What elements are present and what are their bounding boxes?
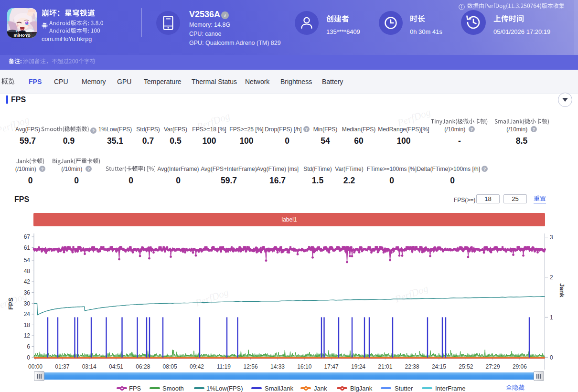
svg-text:PerfDog: PerfDog [0,114,31,137]
svg-text:19:24: 19:24 [351,363,365,370]
svg-text:2: 2 [550,274,553,281]
svg-text:3: 3 [550,234,553,241]
svg-text:PerfDog: PerfDog [393,282,430,305]
svg-text:24: 24 [24,311,31,318]
svg-text:PerfDog: PerfDog [195,110,232,133]
svg-text:03:14: 03:14 [82,363,96,370]
svg-text:25:52: 25:52 [459,363,473,370]
svg-text:11:19: 11:19 [217,363,231,370]
svg-text:61: 61 [24,244,31,251]
svg-text:18: 18 [24,322,31,328]
svg-text:42: 42 [24,278,31,285]
svg-text:24:15: 24:15 [432,363,446,370]
svg-text:12:56: 12:56 [244,363,258,370]
svg-text:06:28: 06:28 [136,363,150,370]
svg-text:29:06: 29:06 [513,363,527,370]
svg-text:PerfDog: PerfDog [396,106,432,129]
svg-text:FPS: FPS [7,297,14,310]
svg-text:27:29: 27:29 [486,363,500,370]
svg-text:36: 36 [24,289,31,296]
svg-text:14:33: 14:33 [270,363,285,370]
svg-text:PerfDog: PerfDog [193,286,230,309]
svg-text:04:51: 04:51 [109,363,123,370]
svg-text:17:47: 17:47 [324,363,339,370]
svg-text:12: 12 [24,332,31,339]
svg-text:0: 0 [550,354,553,361]
svg-text:1: 1 [550,314,553,321]
svg-text:00:00: 00:00 [28,363,43,370]
svg-text:22:38: 22:38 [405,363,419,370]
svg-text:01:37: 01:37 [55,363,69,370]
svg-text:09:42: 09:42 [190,363,204,370]
svg-text:67: 67 [24,233,31,240]
svg-text:Jank: Jank [558,283,566,297]
svg-text:54: 54 [24,257,31,264]
svg-text:48: 48 [24,268,31,275]
svg-text:08:05: 08:05 [163,363,177,370]
svg-text:6: 6 [27,343,30,350]
svg-text:0: 0 [27,354,30,361]
svg-text:21:01: 21:01 [378,363,392,370]
svg-text:16:10: 16:10 [297,363,311,370]
svg-text:30: 30 [24,300,31,307]
